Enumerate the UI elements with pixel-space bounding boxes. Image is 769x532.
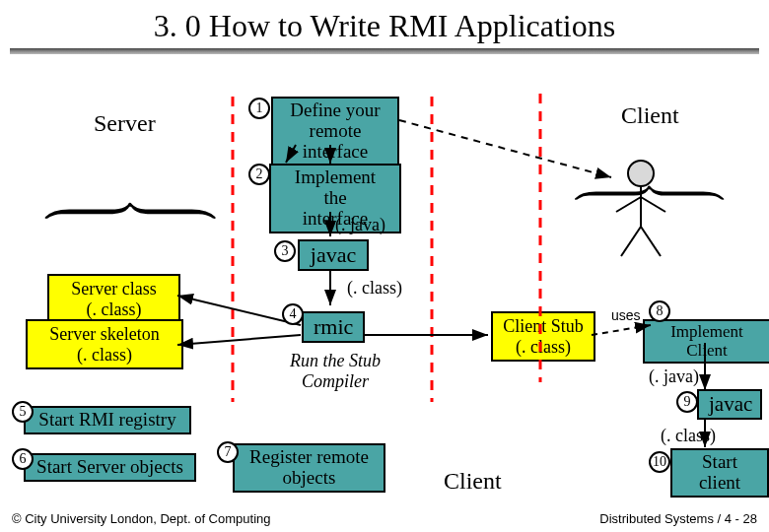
svg-line-11	[592, 325, 651, 335]
step-box-rmic: rmic	[302, 311, 365, 343]
step-box-javac-client: javac	[697, 389, 762, 420]
client-label: Client	[621, 102, 679, 129]
page-title: 3. 0 How to Write RMI Applications	[0, 8, 769, 44]
title-underline	[10, 48, 759, 54]
step-number-4: 4	[282, 303, 304, 325]
step-number-6: 6	[12, 448, 34, 470]
footer-left: © City University London, Dept. of Compu…	[12, 511, 270, 526]
client-bottom-label: Client	[444, 468, 502, 495]
svg-line-17	[641, 197, 665, 212]
step-box-start-client: Start client	[670, 448, 769, 498]
java-ext-label-1: (. java)	[335, 215, 385, 235]
step-number-5: 5	[12, 401, 34, 423]
server-brace: ︷	[39, 187, 237, 211]
step-box-start-registry: Start RMI registry	[24, 406, 191, 434]
class-ext-label-1: (. class)	[347, 278, 402, 299]
svg-line-19	[641, 227, 661, 256]
footer-right: Distributed Systems / 4 - 28	[599, 511, 757, 526]
step-number-3: 3	[274, 240, 296, 262]
svg-line-9	[177, 335, 301, 345]
uses-label: uses	[611, 307, 641, 323]
step-number-8: 8	[649, 300, 670, 322]
step-box-javac: javac	[298, 239, 369, 271]
step-box-register-remote: Register remote objects	[233, 443, 385, 493]
server-label: Server	[94, 110, 156, 137]
stick-figure-icon	[611, 158, 670, 266]
step-box-implement-client: Implement Client	[643, 319, 769, 364]
class-ext-label-2: (. class)	[661, 426, 716, 446]
svg-line-18	[621, 227, 641, 256]
run-stub-caption: Run the Stub Compiler	[271, 351, 399, 392]
svg-line-16	[616, 197, 641, 212]
step-number-7: 7	[217, 441, 239, 463]
svg-point-14	[628, 161, 654, 186]
server-class-box: Server class (. class)	[47, 274, 180, 324]
step-number-1: 1	[248, 98, 270, 119]
step-box-start-server: Start Server objects	[24, 453, 196, 482]
server-skeleton-box: Server skeleton (. class)	[26, 319, 183, 369]
step-number-10: 10	[649, 451, 670, 473]
client-stub-box: Client Stub (. class)	[491, 311, 595, 362]
step-box-define-interface: Define your remote interface	[271, 97, 399, 166]
step-number-2: 2	[248, 164, 270, 185]
step-number-9: 9	[676, 391, 698, 413]
java-ext-label-2: (. java)	[649, 366, 699, 387]
